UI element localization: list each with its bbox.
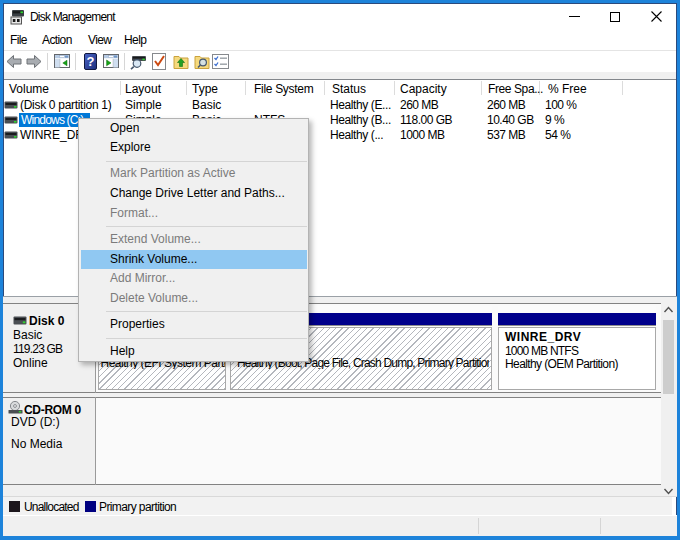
svg-text:?: ? [87, 54, 95, 69]
